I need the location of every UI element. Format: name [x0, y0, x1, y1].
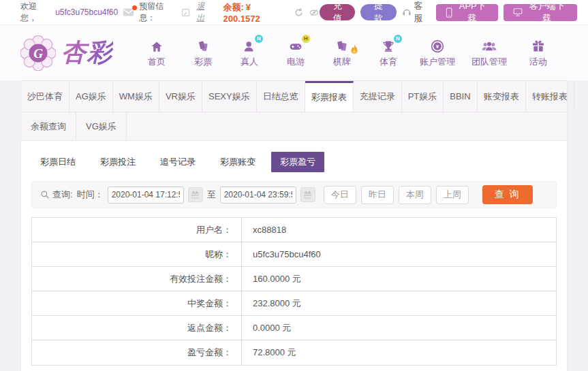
- table-row: 昵称： u5fc3u75bcu4f60: [32, 242, 556, 267]
- edit-icon[interactable]: [181, 8, 190, 17]
- subtab-lottery-profit-loss[interactable]: 彩票盈亏: [271, 152, 324, 172]
- table-row: 用户名： xc88818: [32, 218, 556, 242]
- withdraw-button[interactable]: 提款: [360, 4, 396, 20]
- tab-daily-summary[interactable]: 日结总览: [257, 81, 305, 112]
- nav-label: 棋牌: [333, 56, 351, 68]
- logout-link[interactable]: 退出: [196, 1, 211, 24]
- tab-bbin[interactable]: BBIN: [444, 81, 477, 112]
- new-badge: N: [394, 35, 402, 43]
- query-bar: 查询: 时间： 至 今日 昨日 本周 上周 查 询: [31, 181, 557, 208]
- header: G 杏彩 首页 彩票 N 真人 H 电游: [0, 25, 588, 80]
- username-text: u5fc3u75bcu4f60: [55, 7, 118, 17]
- nav-item-team[interactable]: 团队管理: [471, 38, 507, 68]
- new-badge: N: [255, 35, 263, 43]
- app-download-button[interactable]: APP下载: [436, 4, 499, 21]
- nav-item-sports[interactable]: N 体育: [373, 38, 403, 68]
- notification-dot: [132, 5, 137, 10]
- tab-balance-query[interactable]: 余额查询: [21, 112, 76, 140]
- query-label-wrap: 查询:: [40, 189, 73, 201]
- tab-deposit-withdraw-records[interactable]: 充提记录: [354, 81, 402, 112]
- main-navigation: 首页 彩票 N 真人 H 电游: [142, 38, 553, 68]
- row-label-winning-amount: 中奖金额：: [32, 291, 242, 315]
- flame-icon: [350, 44, 359, 55]
- nav-label: 真人: [241, 56, 258, 68]
- refresh-icon[interactable]: [294, 7, 304, 18]
- gamepad-icon: [288, 39, 303, 53]
- client-download-label: 客户端下载: [526, 0, 568, 25]
- tab-transfer-report[interactable]: 转账报表: [526, 81, 574, 112]
- cards-icon: [335, 39, 349, 53]
- date-to-input[interactable]: [220, 187, 296, 204]
- row-value-profit-loss-amount: 72.8000 元: [242, 340, 296, 365]
- row-value-valid-bet-amount: 160.0000 元: [242, 267, 301, 291]
- nav-label: 账户管理: [420, 56, 455, 68]
- nav-label: 电游: [287, 56, 305, 68]
- report-tabs-row-2: 余额查询 VG娱乐: [21, 112, 567, 141]
- last-week-button[interactable]: 上周: [436, 186, 469, 204]
- row-label-valid-bet-amount: 有效投注金额：: [32, 267, 242, 291]
- tab-account-change-report[interactable]: 账变报表: [478, 81, 526, 112]
- row-label-username: 用户名：: [32, 218, 242, 242]
- table-row: 中奖金额： 232.8000 元: [32, 291, 556, 316]
- tab-ag[interactable]: AG娱乐: [69, 81, 113, 112]
- date-from-input[interactable]: [108, 187, 184, 204]
- query-label: 查询:: [52, 189, 73, 201]
- row-value-username: xc88818: [242, 218, 286, 242]
- date-range-to-label: 至: [207, 189, 216, 201]
- welcome-text: 欢迎您，: [20, 1, 50, 24]
- reserved-info-label: 预留信息：: [139, 1, 176, 24]
- this-week-button[interactable]: 本周: [399, 186, 431, 204]
- subtab-lottery-bets[interactable]: 彩票投注: [91, 152, 144, 172]
- balance: 余额:¥ 200.1572: [223, 1, 285, 24]
- tab-pt[interactable]: PT娱乐: [402, 81, 444, 112]
- tab-vr[interactable]: VR娱乐: [159, 81, 202, 112]
- customer-service-link[interactable]: 客服: [402, 0, 431, 25]
- balance-label: 余额:: [223, 2, 243, 12]
- subtab-chase-records[interactable]: 追号记录: [151, 152, 204, 172]
- tab-lottery-report[interactable]: 彩票报表: [305, 81, 354, 112]
- nav-item-egames[interactable]: H 电游: [281, 38, 311, 68]
- gift-icon: [531, 39, 545, 53]
- hot-badge: H: [302, 35, 310, 43]
- nav-label: 彩票: [194, 56, 212, 68]
- tab-wm[interactable]: WM娱乐: [113, 81, 159, 112]
- row-label-profit-loss-amount: 盈亏金额：: [32, 340, 242, 365]
- nav-item-account[interactable]: ¥ 账户管理: [420, 38, 455, 68]
- tab-shaba-sports[interactable]: 沙巴体育: [21, 81, 69, 112]
- nav-item-lottery[interactable]: 彩票: [188, 38, 218, 68]
- client-download-button[interactable]: 客户端下载: [504, 4, 577, 21]
- svg-text:¥: ¥: [436, 44, 439, 50]
- subtab-lottery-daily[interactable]: 彩票日结: [31, 152, 84, 172]
- today-button[interactable]: 今日: [324, 186, 356, 204]
- nav-item-promotions[interactable]: 活动: [523, 38, 553, 68]
- home-icon: [150, 40, 164, 53]
- eye-off-icon[interactable]: [309, 7, 320, 18]
- nav-item-live[interactable]: N 真人: [234, 38, 264, 68]
- site-logo[interactable]: G 杏彩: [20, 35, 113, 71]
- team-icon: [481, 39, 497, 53]
- table-row: 盈亏金额： 72.8000 元: [32, 340, 556, 365]
- table-row: 返点金额： 0.0000 元: [32, 316, 556, 340]
- nav-item-boardgames[interactable]: 棋牌: [327, 38, 357, 68]
- row-label-nickname: 昵称：: [32, 242, 242, 266]
- row-value-rebate-amount: 0.0000 元: [242, 316, 291, 340]
- recharge-button[interactable]: 充值: [320, 4, 355, 20]
- tab-vg[interactable]: VG娱乐: [76, 112, 127, 140]
- calendar-icon[interactable]: [188, 187, 203, 202]
- logo-flower-icon: G: [20, 35, 56, 71]
- tab-content: 彩票日结 彩票投注 追号记录 彩票账变 彩票盈亏 查询: 时间： 至 今日 昨日…: [21, 141, 567, 371]
- tab-sexy[interactable]: SEXY娱乐: [202, 81, 257, 112]
- mail-icon[interactable]: [123, 7, 134, 17]
- query-submit-button[interactable]: 查 询: [482, 185, 533, 204]
- nav-item-home[interactable]: 首页: [142, 38, 172, 68]
- row-value-winning-amount: 232.8000 元: [242, 291, 301, 315]
- main-panel: 沙巴体育 AG娱乐 WM娱乐 VR娱乐 SEXY娱乐 日结总览 彩票报表 充提记…: [20, 80, 568, 371]
- calendar-icon[interactable]: [300, 187, 315, 202]
- nav-label: 体育: [380, 56, 397, 68]
- yesterday-button[interactable]: 昨日: [361, 186, 394, 204]
- subtab-lottery-account-change[interactable]: 彩票账变: [211, 152, 264, 172]
- phone-icon: [446, 7, 452, 18]
- svg-text:G: G: [33, 46, 43, 61]
- tickets-icon: [196, 39, 210, 53]
- row-label-rebate-amount: 返点金额：: [32, 316, 242, 340]
